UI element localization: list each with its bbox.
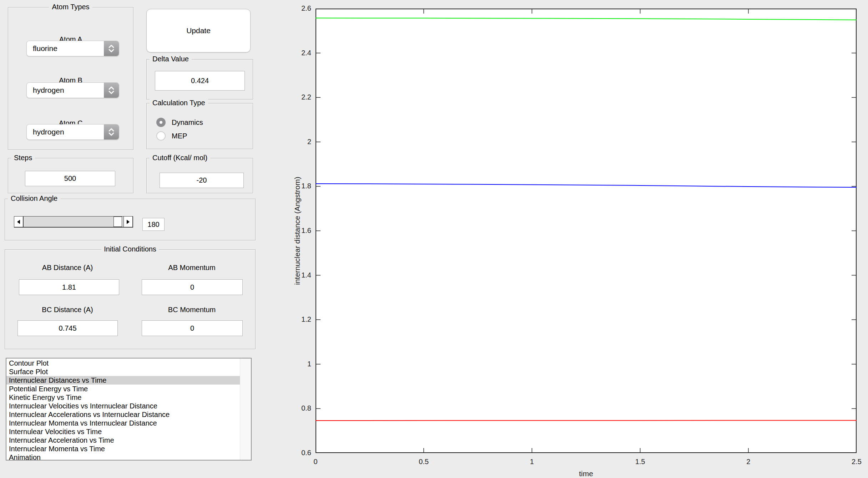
radio-dynamics-label: Dynamics bbox=[172, 118, 203, 127]
y-tick-label: 2.4 bbox=[286, 49, 311, 57]
y-tick-label: 1.2 bbox=[286, 315, 311, 324]
ab-momentum-input[interactable]: 0 bbox=[142, 279, 243, 295]
listbox-items: Contour PlotSurface PlotInternuclear Dis… bbox=[6, 359, 240, 460]
x-axis-title: time bbox=[543, 469, 629, 478]
bc-distance-input[interactable]: 0.745 bbox=[17, 320, 118, 336]
initial-conditions-title: Initial Conditions bbox=[101, 245, 159, 253]
initial-conditions-panel: Initial Conditions AB Distance (A) AB Mo… bbox=[5, 249, 256, 349]
ab-distance-label: AB Distance (A) bbox=[16, 264, 119, 272]
bc-momentum-label: BC Momentum bbox=[142, 306, 242, 314]
dropdown-chevrons-icon bbox=[104, 124, 119, 139]
y-tick-label: 2.6 bbox=[286, 4, 311, 12]
collision-angle-slider[interactable] bbox=[14, 216, 133, 228]
steps-title: Steps bbox=[11, 154, 35, 162]
y-tick-label: 2 bbox=[286, 138, 311, 146]
x-tick-label: 2 bbox=[732, 458, 764, 466]
atom-b-dropdown[interactable]: hydrogen bbox=[26, 82, 119, 98]
x-tick-label: 2.5 bbox=[841, 458, 868, 466]
atom-types-panel-title: Atom Types bbox=[49, 3, 92, 11]
y-tick-label: 1.6 bbox=[286, 227, 311, 235]
bc-distance-label: BC Distance (A) bbox=[16, 306, 119, 314]
list-item[interactable]: Internuclear Acceleration vs Time bbox=[6, 436, 240, 444]
list-item[interactable]: Contour Plot bbox=[6, 359, 240, 367]
delta-value-input[interactable]: 0.424 bbox=[155, 71, 245, 91]
y-tick-label: 0.6 bbox=[286, 449, 311, 457]
y-tick-label: 0.8 bbox=[286, 404, 311, 412]
list-item[interactable]: Surface Plot bbox=[6, 367, 240, 376]
list-item[interactable]: Internuclear Momenta vs Time bbox=[6, 444, 240, 453]
slider-track[interactable] bbox=[24, 216, 123, 228]
x-tick-label: 0 bbox=[299, 458, 332, 466]
steps-panel: Steps 500 bbox=[8, 158, 133, 193]
atom-types-panel: Atom Types Atom A fluorine Atom B hydrog… bbox=[8, 7, 133, 150]
steps-input[interactable]: 500 bbox=[25, 171, 115, 186]
x-tick-label: 1 bbox=[516, 458, 548, 466]
list-item[interactable]: Internulear Velocities vs Time bbox=[6, 427, 240, 436]
cutoff-title: Cutoff (Kcal/ mol) bbox=[150, 154, 210, 162]
calculation-type-title: Calculation Type bbox=[150, 99, 208, 107]
x-tick-label: 1.5 bbox=[624, 458, 656, 466]
ab-momentum-label: AB Momentum bbox=[142, 264, 242, 272]
y-tick-label: 1 bbox=[286, 360, 311, 368]
atom-c-selected-value: hydrogen bbox=[27, 124, 104, 139]
bc-momentum-input[interactable]: 0 bbox=[142, 320, 243, 336]
atom-b-selected-value: hydrogen bbox=[27, 83, 104, 98]
slider-right-arrow-button[interactable] bbox=[123, 216, 133, 228]
slider-thumb[interactable] bbox=[113, 217, 122, 227]
atom-c-dropdown[interactable]: hydrogen bbox=[26, 124, 119, 140]
calculation-type-panel: Calculation Type Dynamics MEP bbox=[146, 103, 253, 149]
dropdown-chevrons-icon bbox=[104, 41, 119, 56]
right-triangle-icon bbox=[127, 220, 130, 224]
left-triangle-icon bbox=[17, 220, 20, 224]
cutoff-panel: Cutoff (Kcal/ mol) -20 bbox=[146, 158, 253, 193]
radio-dynamics[interactable]: Dynamics bbox=[156, 118, 203, 127]
y-tick-label: 1.8 bbox=[286, 182, 311, 190]
list-item[interactable]: Internuclear Distances vs Time bbox=[6, 376, 240, 385]
y-tick-label: 1.4 bbox=[286, 271, 311, 279]
y-tick-label: 2.2 bbox=[286, 93, 311, 101]
delta-value-title: Delta Value bbox=[150, 55, 192, 63]
ab-distance-input[interactable]: 1.81 bbox=[19, 279, 119, 295]
listbox-scrollbar[interactable] bbox=[240, 358, 251, 460]
list-item[interactable]: Kinetic Energy vs Time bbox=[6, 393, 240, 402]
plot-canvas bbox=[316, 9, 857, 453]
x-tick-label: 0.5 bbox=[408, 458, 440, 466]
radio-button-icon[interactable] bbox=[156, 118, 166, 127]
list-item[interactable]: Internuclear Velocities vs Internuclear … bbox=[6, 402, 240, 410]
radio-mep-label: MEP bbox=[172, 132, 187, 140]
list-item[interactable]: Potential Energy vs Time bbox=[6, 385, 240, 393]
radio-mep[interactable]: MEP bbox=[156, 131, 187, 141]
collision-angle-panel: Collision Angle 180 bbox=[5, 199, 256, 240]
radio-button-icon[interactable] bbox=[156, 131, 166, 141]
list-item[interactable]: Internuclear Accelerations vs Internucle… bbox=[6, 410, 240, 419]
matlab-figure: Atom Types Atom A fluorine Atom B hydrog… bbox=[0, 0, 868, 478]
series-line bbox=[316, 420, 857, 421]
list-item[interactable]: Animation bbox=[6, 453, 240, 460]
collision-angle-title: Collision Angle bbox=[8, 194, 60, 203]
list-item[interactable]: Internuclear Momenta vs Internuclear Dis… bbox=[6, 419, 240, 427]
slider-left-arrow-button[interactable] bbox=[14, 216, 24, 228]
cutoff-input[interactable]: -20 bbox=[160, 173, 244, 188]
atom-a-dropdown[interactable]: fluorine bbox=[26, 41, 119, 56]
plot-type-listbox[interactable]: Contour PlotSurface PlotInternuclear Dis… bbox=[6, 358, 252, 461]
update-button[interactable]: Update bbox=[146, 9, 251, 52]
delta-value-panel: Delta Value 0.424 bbox=[146, 59, 253, 100]
dropdown-chevrons-icon bbox=[104, 83, 119, 98]
collision-angle-input[interactable]: 180 bbox=[142, 218, 165, 231]
atom-a-selected-value: fluorine bbox=[27, 41, 104, 56]
plot-axes: A-B bond distance (Ang)B-C bond distance… bbox=[316, 9, 857, 453]
